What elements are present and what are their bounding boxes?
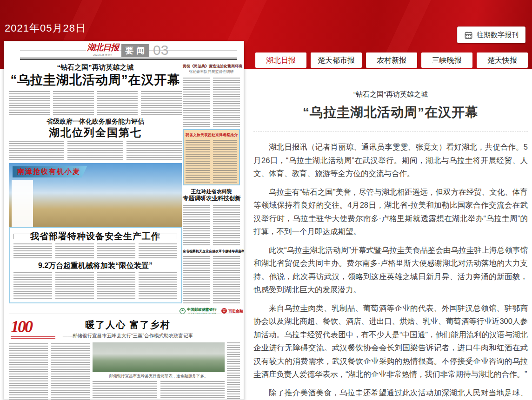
article-paragraph: 来自乌拉圭肉类、乳制品、葡萄酒等企业的代表、外国驻汉总领馆、驻鄂商协会以及湖北商… [253, 302, 528, 381]
gov-eval-headline: 湖北位列全国第七 [9, 125, 182, 140]
civil-code-subtitle: 张柏青率队开展监督性调研 [183, 69, 240, 74]
current-date: 2021年05月28日 [5, 21, 86, 35]
photo-label: 南漳抢收有机小麦 [13, 166, 87, 177]
article-reader-panel: “钻石之国”再访英雄之城 “乌拉圭湖北活动周”在汉开幕 湖北日报讯（记者肖丽琼、… [253, 69, 528, 400]
special-equipment-text-columns [13, 243, 177, 259]
centennial-100-logo: 100 [11, 318, 67, 344]
wang-text-columns [183, 205, 240, 246]
tab-rural-news[interactable]: 农村新报 [366, 52, 417, 68]
photo-caption-column [12, 180, 33, 228]
civil-code-text-columns [183, 78, 240, 127]
newspaper-tabs: 湖北日报 楚天都市报 农村新报 三峡晚报 楚天快报 [255, 52, 528, 68]
article-paragraph: 湖北日报讯（记者肖丽琼、通讯员李雯雯、张竟文）看好湖北，共促合作。5月26日，“… [253, 140, 528, 180]
village-photo-block: 邮储银行宜昌市五峰县支行走访茶农，送金融服务下乡。 [93, 342, 225, 400]
culture-tour-text-columns [186, 140, 237, 184]
lead-article-headline: “乌拉圭湖北活动周”在汉开幕 [6, 72, 185, 88]
tea-photo-caption: 邮储银行宜昌市五峰县支行走访茶农，送金融服务下乡。 [93, 374, 225, 379]
tab-sanxia-evening[interactable]: 三峡晚报 [421, 52, 472, 68]
lead-article-kicker: “钻石之国”再访英雄之城 [9, 63, 182, 72]
masthead-divider-dark [20, 59, 237, 60]
lead-article-text-columns [9, 91, 182, 115]
village-text-column-2 [51, 343, 90, 400]
village-text-column-4 [227, 342, 240, 400]
gov-eval-text-columns [9, 141, 182, 162]
wang-headline-line1: 王红玲赴省农科院 [183, 188, 240, 195]
archive-button-label: 往期数字报刊 [477, 31, 519, 39]
wheat-harvest-photo: 南漳抢收有机小麦 [9, 163, 182, 231]
newspaper-page-image[interactable]: 湖北日报 2021.5.28 星期五 要闻 03 “钻石之国”再访英雄之城 “乌… [4, 41, 244, 400]
masthead-divider-light [20, 57, 237, 58]
article-kicker: “钻石之国”再访英雄之城 [253, 90, 528, 99]
tab-hubei-daily[interactable]: 湖北日报 [255, 52, 306, 68]
bottom-section-divider [9, 314, 239, 314]
page-number: 03 [153, 42, 168, 58]
article-paragraph: 此次“乌拉圭湖北活动周”开幕式暨乌拉圭美食品鉴会由乌拉圭驻上海总领事馆和湖北省贸… [253, 243, 528, 296]
village-text-column-1 [9, 343, 48, 400]
article-paragraph: 除了推介美酒美食，乌拉圭还希望通过此次活动加深湖北人民对当地足球、电影、美食的了… [253, 386, 528, 400]
wang-headline-line2: 专题调研农业科技创新 [183, 195, 240, 203]
safety-articles-box: 我省部署特种设备安全生产工作 9.2万台起重机械将加装“限位装置” [9, 227, 182, 303]
section-badge: 要闻 [121, 44, 149, 57]
finance-logo-icon: 百 [221, 308, 227, 314]
culture-tour-highlight-box: 我省文旅代表团赴京津考察推介 [183, 129, 240, 185]
procuratorate-headline: 全省检察机关企业合规改革专题辅导讲座举行 [183, 249, 240, 254]
article-title: “乌拉圭湖北活动周”在汉开幕 [253, 104, 528, 121]
village-text-columns-mid [93, 381, 225, 400]
crane-text-columns [13, 272, 177, 300]
procuratorate-text-columns [183, 256, 240, 303]
archive-button[interactable]: 往期数字报刊 [457, 26, 525, 43]
article-body: 湖北日报讯（记者肖丽琼、通讯员李雯雯、张竟文）看好湖北，共促合作。5月26日，“… [253, 140, 528, 400]
crane-headline: 9.2万台起重机械将加装“限位装置” [10, 261, 181, 271]
calendar-icon [464, 31, 473, 39]
special-equipment-headline: 我省部署特种设备安全生产工作 [10, 230, 181, 243]
culture-tour-headline: 我省文旅代表团赴京津考察推介 [186, 132, 237, 138]
finance-logo: 百 百思金融 [221, 308, 243, 314]
gov-eval-kicker: 省级政府一体化政务服务能力评估 [9, 118, 182, 126]
newspaper-masthead-logo: 湖北日报 2021.5.28 星期五 [86, 42, 120, 57]
civil-code-headline: 贯彻《民法典》营造法治化营商环境 [183, 64, 240, 69]
village-article-headline: 暖了人心 富了乡村 [73, 319, 183, 331]
article-paragraph: 乌拉圭有“钻石之国”美誉，尽管与湖北相距遥远，但双方在经贸、文化、体育等领域保持… [253, 185, 528, 238]
village-article-subtitle: ——邮储银行宜昌市五峰县支行“三赢”合作模式助农致富记事 [54, 333, 201, 339]
tab-chutian-express[interactable]: 楚天快报 [477, 52, 528, 68]
tab-chutian-metropolis[interactable]: 楚天都市报 [311, 52, 362, 68]
psbc-bank-icon [180, 308, 186, 314]
title-divider [253, 131, 528, 131]
tea-field-photo [93, 342, 225, 372]
